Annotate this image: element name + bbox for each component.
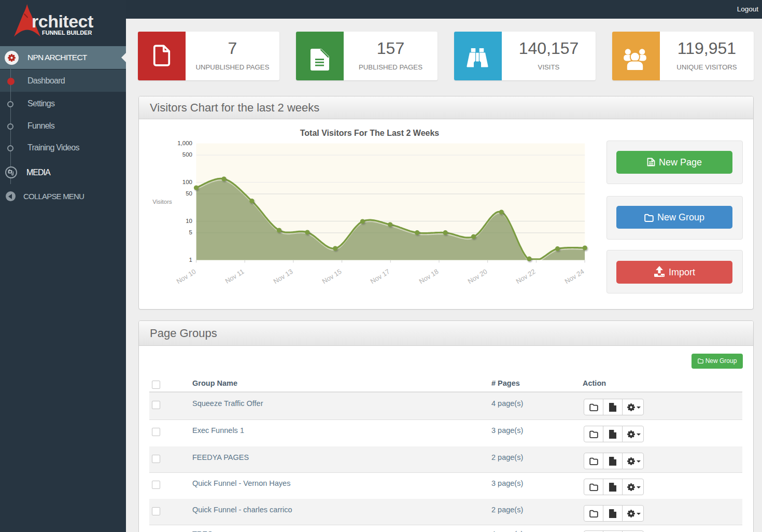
svg-text:Nov 17: Nov 17 [369, 268, 391, 286]
svg-text:1: 1 [189, 257, 192, 263]
svg-text:Nov 18: Nov 18 [418, 268, 440, 286]
svg-text:50: 50 [186, 190, 192, 197]
svg-text:Nov 22: Nov 22 [515, 268, 537, 286]
svg-text:100: 100 [182, 179, 192, 185]
svg-text:Visitors: Visitors [152, 199, 172, 205]
svg-text:Nov 10: Nov 10 [175, 268, 197, 286]
svg-text:Nov 13: Nov 13 [272, 268, 294, 286]
svg-text:Nov 24: Nov 24 [563, 268, 586, 286]
svg-text:Nov 15: Nov 15 [321, 268, 343, 286]
svg-text:1,000: 1,000 [177, 140, 192, 146]
svg-text:500: 500 [182, 151, 192, 158]
svg-text:10: 10 [186, 218, 192, 224]
svg-text:Nov 20: Nov 20 [467, 268, 489, 286]
svg-text:5: 5 [189, 229, 192, 235]
svg-text:Nov 11: Nov 11 [224, 268, 246, 285]
